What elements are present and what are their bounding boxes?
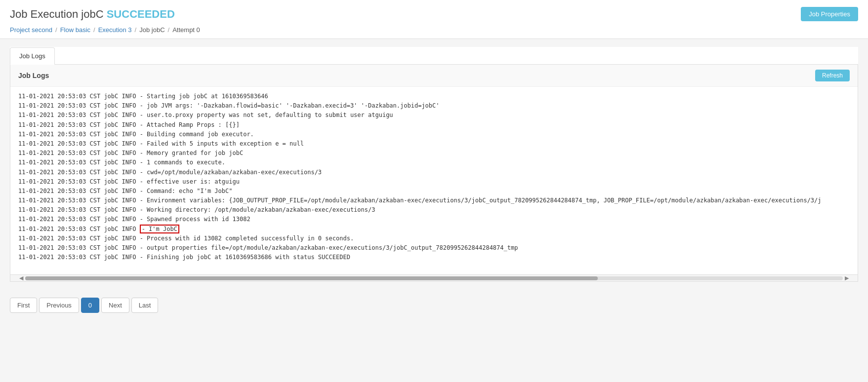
last-button[interactable]: Last bbox=[131, 298, 159, 313]
log-line: 11-01-2021 20:53:03 CST jobC INFO - Proc… bbox=[18, 234, 850, 243]
page-title: Job Execution jobC SUCCEEDED bbox=[10, 8, 175, 21]
refresh-button[interactable]: Refresh bbox=[815, 70, 850, 81]
log-line: 11-01-2021 20:53:03 CST jobC INFO - Memo… bbox=[18, 149, 850, 158]
log-line: 11-01-2021 20:53:03 CST jobC INFO - 1 co… bbox=[18, 158, 850, 167]
log-line: 11-01-2021 20:53:03 CST jobC INFO - Star… bbox=[18, 92, 850, 101]
scrollbar-area: ◀ ▶ bbox=[10, 274, 858, 281]
breadcrumb-sep-3: / bbox=[135, 26, 137, 34]
log-panel: Job Logs Refresh 11-01-2021 20:53:03 CST… bbox=[10, 65, 858, 282]
highlighted-log-text: - I'm JobC bbox=[140, 225, 179, 233]
page-header: Job Execution jobC SUCCEEDED Job Propert… bbox=[0, 0, 868, 39]
panel-title: Job Logs bbox=[18, 72, 49, 79]
scrollbar-thumb[interactable] bbox=[25, 276, 598, 280]
main-content: Job Logs Job Logs Refresh 11-01-2021 20:… bbox=[0, 39, 868, 290]
tab-bar: Job Logs bbox=[10, 47, 858, 65]
log-line: 11-01-2021 20:53:03 CST jobC INFO - I'm … bbox=[18, 225, 850, 234]
log-line: 11-01-2021 20:53:03 CST jobC INFO - Atta… bbox=[18, 120, 850, 130]
tab-job-logs[interactable]: Job Logs bbox=[10, 47, 55, 65]
title-status: SUCCEEDED bbox=[107, 8, 175, 20]
breadcrumb-flow[interactable]: Flow basic bbox=[60, 26, 90, 34]
log-line: 11-01-2021 20:53:03 CST jobC INFO - Envi… bbox=[18, 196, 850, 205]
scrollbar-track bbox=[25, 276, 843, 280]
next-button[interactable]: Next bbox=[101, 298, 129, 313]
breadcrumb-job: Job jobC bbox=[139, 26, 165, 34]
scroll-right-icon[interactable]: ▶ bbox=[843, 275, 851, 281]
log-line: 11-01-2021 20:53:03 CST jobC INFO - Fini… bbox=[18, 253, 850, 262]
breadcrumb-execution[interactable]: Execution 3 bbox=[98, 26, 132, 34]
job-properties-button[interactable]: Job Properties bbox=[801, 7, 858, 21]
title-prefix: Job Execution jobC bbox=[10, 8, 104, 20]
log-line: 11-01-2021 20:53:03 CST jobC INFO - Buil… bbox=[18, 130, 850, 139]
log-line: 11-01-2021 20:53:03 CST jobC INFO - user… bbox=[18, 111, 850, 120]
log-line: 11-01-2021 20:53:03 CST jobC INFO - outp… bbox=[18, 243, 850, 253]
breadcrumb: Project second / Flow basic / Execution … bbox=[10, 26, 858, 38]
breadcrumb-sep-4: / bbox=[168, 26, 170, 34]
log-line: 11-01-2021 20:53:03 CST jobC INFO - cwd=… bbox=[18, 168, 850, 177]
log-line: 11-01-2021 20:53:03 CST jobC INFO - Work… bbox=[18, 205, 850, 215]
previous-button[interactable]: Previous bbox=[39, 298, 79, 313]
current-page-button[interactable]: 0 bbox=[81, 298, 99, 313]
log-line: 11-01-2021 20:53:03 CST jobC INFO - job … bbox=[18, 101, 850, 111]
breadcrumb-project[interactable]: Project second bbox=[10, 26, 52, 34]
first-button[interactable]: First bbox=[10, 298, 37, 313]
breadcrumb-attempt: Attempt 0 bbox=[172, 26, 200, 34]
log-line: 11-01-2021 20:53:03 CST jobC INFO - Spaw… bbox=[18, 215, 850, 224]
log-line: 11-01-2021 20:53:03 CST jobC INFO - effe… bbox=[18, 177, 850, 187]
log-line: 11-01-2021 20:53:03 CST jobC INFO - Comm… bbox=[18, 187, 850, 196]
log-line: 11-01-2021 20:53:03 CST jobC INFO - Fail… bbox=[18, 139, 850, 149]
breadcrumb-sep-1: / bbox=[55, 26, 57, 34]
log-area: 11-01-2021 20:53:03 CST jobC INFO - Star… bbox=[10, 87, 858, 274]
pagination: First Previous 0 Next Last bbox=[0, 290, 868, 321]
scroll-left-icon[interactable]: ◀ bbox=[17, 275, 25, 281]
panel-header: Job Logs Refresh bbox=[10, 65, 858, 87]
breadcrumb-sep-2: / bbox=[93, 26, 95, 34]
